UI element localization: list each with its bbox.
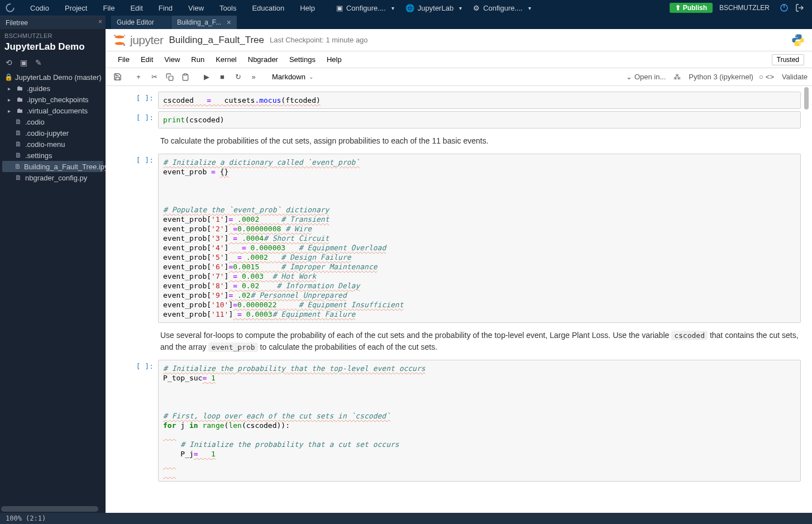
code-cell[interactable]: [ ]: # Initialize the probability that t… [122,360,801,482]
menu-find[interactable]: Find [151,0,180,16]
markdown-output: To calculate the probabilities of the cu… [158,131,801,151]
filetree-file-nbgrader-config[interactable]: 🗎 nbgrader_config.py [2,172,103,183]
save-icon[interactable] [110,70,125,84]
jup-menu-help[interactable]: Help [321,51,347,68]
filetree-root[interactable]: 🔒 JupyterLab Demo (master) [2,72,103,83]
bug-icon: ⁂ [674,73,681,81]
jup-menu-run[interactable]: Run [185,51,210,68]
code-input[interactable]: # Initialize the probability that the to… [158,360,801,482]
folder-icon: 🖿 [16,107,24,115]
notebook-name[interactable]: Building_a_Fault_Tree [169,35,264,46]
svg-point-7 [123,44,125,45]
svg-point-10 [799,44,800,45]
filetree-file-building-fault-tree[interactable]: 🗎 Building_a_Fault_Tree.ipynb [2,161,103,172]
menu-help[interactable]: Help [292,0,323,16]
menu-view[interactable]: View [180,0,212,16]
restart-icon[interactable]: ↻ [231,70,245,84]
file-icon: 🗎 [15,174,22,182]
svg-rect-11 [169,76,173,80]
run-configure-1[interactable]: ▣ Configure.... ▾ [331,0,400,16]
svg-point-8 [124,35,125,36]
run-icon[interactable]: ▶ [199,70,214,84]
svg-rect-12 [184,74,187,75]
kernel-name[interactable]: Python 3 (ipykernel) ○ <> [689,73,774,81]
run-jupyterlab[interactable]: 🌐 JupyterLab ▾ [400,0,467,16]
code-cell[interactable]: [ ]: # Initialize a dictionary called `e… [122,154,801,323]
menu-edit[interactable]: Edit [122,0,150,16]
add-cell-icon[interactable]: + [131,70,146,84]
pencil-icon[interactable]: ✎ [35,58,42,67]
filetree-folder-virtualdocs[interactable]: ▸ 🖿 .virtual_documents [2,105,103,116]
sidebar-scrollbar[interactable] [1,506,98,512]
jupyter-logo: jupyter [112,33,164,47]
file-icon: 🗎 [15,118,22,126]
gear-icon: ⚙ [473,4,480,12]
run-configure-2[interactable]: ⚙ Configure.... ▾ [467,0,537,16]
svg-point-6 [114,35,116,36]
filetree-file-codio-menu[interactable]: 🗎 .codio-menu [2,139,103,150]
kernel-indicator[interactable]: ⁂ [674,73,681,81]
filetree-file-codio-jupyter[interactable]: 🗎 .codio-jupyter [2,127,103,139]
tab-guide-editor[interactable]: Guide Editor [111,16,171,29]
refresh-icon[interactable]: ⟲ [6,58,12,67]
markdown-cell[interactable]: . Use several for-loops to compute the p… [122,325,801,358]
code-input[interactable]: print(cscoded) [158,111,801,128]
svg-point-9 [796,35,797,36]
code-cell[interactable]: [ ]: cscoded = cutsets.mocus(ftcoded) [122,92,801,109]
filetree-file-codio[interactable]: 🗎 .codio [2,116,103,127]
jup-menu-kernel[interactable]: Kernel [210,51,242,68]
code-input[interactable]: cscoded = cutsets.mocus(ftcoded) [158,92,801,109]
close-icon[interactable]: × [98,18,102,26]
python-logo-icon [791,33,805,47]
chevron-right-icon: ▸ [8,108,13,114]
folder-icon: 🖿 [16,84,24,92]
file-icon: 🗎 [15,151,22,159]
sidebar-user: BSCHMUTZLER [4,32,101,39]
publish-button[interactable]: ⬆ Publish [670,3,713,13]
jup-menu-view[interactable]: View [159,51,185,68]
logout-icon[interactable] [792,0,808,16]
jup-menu-nbgrader[interactable]: Nbgrader [242,51,284,68]
code-cell[interactable]: [ ]: print(cscoded) [122,111,801,128]
cell-prompt: [ ]: [122,154,158,323]
notebook-scrollbar[interactable] [804,87,809,109]
paste-icon[interactable] [178,70,193,84]
menu-education[interactable]: Education [244,0,292,16]
fast-forward-icon[interactable]: » [246,70,261,84]
tab-building-fault-tree[interactable]: Building_a_F... × [171,16,237,29]
close-icon[interactable]: × [227,18,231,27]
validate-button[interactable]: Validate [782,73,808,81]
copy-icon[interactable] [163,70,177,84]
cut-icon[interactable]: ✂ [147,70,161,84]
menu-tools[interactable]: Tools [212,0,244,16]
window-icon[interactable]: ▣ [20,58,27,67]
lock-icon: 🔒 [4,73,12,81]
cell-type-select[interactable]: Markdown ⌄ [268,73,318,81]
kernel-status-icon: ○ [759,73,763,81]
current-user: BSCHMUTZLER [713,4,776,12]
stop-icon[interactable]: ■ [215,70,230,84]
globe-icon: 🌐 [405,4,414,12]
filetree-file-settings[interactable]: 🗎 .settings [2,150,103,161]
jup-menu-edit[interactable]: Edit [135,51,159,68]
open-in-dropdown[interactable]: ⌄ Open in... [626,73,666,81]
menu-project[interactable]: Project [57,0,95,16]
chevron-down-icon: ⌄ [309,74,313,80]
filetree-folder-checkpoints[interactable]: ▸ 🖿 .ipynb_checkpoints [2,94,103,105]
cell-prompt: [ ]: [122,92,158,109]
jup-menu-file[interactable]: File [112,51,135,68]
code-input[interactable]: # Initialize a dictionary called `event_… [158,154,801,323]
trusted-badge[interactable]: Trusted [772,54,804,65]
svg-point-0 [6,4,14,12]
cell-prompt: [ ]: [122,360,158,482]
kernel-link-icon: <> [766,73,774,81]
upload-icon: ⬆ [675,4,681,12]
jup-menu-settings[interactable]: Settings [284,51,321,68]
power-icon[interactable] [776,0,792,16]
filetree-folder-guides[interactable]: ▸ 🖿 .guides [2,83,103,94]
markdown-cell[interactable]: . To calculate the probabilities of the … [122,131,801,151]
menu-file[interactable]: File [95,0,122,16]
sidebar-tab-filetree[interactable]: Filetree × [0,16,106,29]
menu-codio[interactable]: Codio [22,0,57,16]
svg-point-5 [115,42,125,45]
